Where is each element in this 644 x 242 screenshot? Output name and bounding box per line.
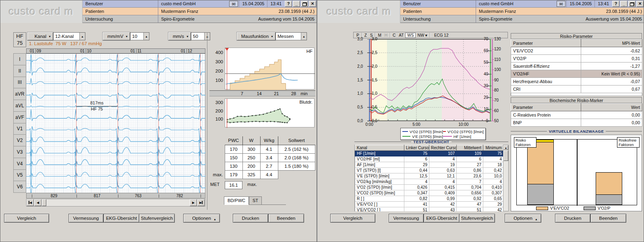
test-cell: 0,63 <box>429 168 457 173</box>
help-button[interactable]: ? <box>612 1 619 7</box>
view-button-h[interactable]: H <box>383 33 389 38</box>
mouse-function-spin-button[interactable]: ▲ <box>301 33 306 40</box>
minimize-button[interactable]: _ <box>620 1 627 7</box>
header-date: 15.04.2005 <box>566 0 594 8</box>
scroll-last-button[interactable]: ▶ <box>197 199 205 206</box>
test-row-6[interactable]: V'O2 (STPD) [l/min]0,4260,4150,7040,410 <box>355 185 503 190</box>
scroll-thumb[interactable] <box>503 150 508 161</box>
help-button[interactable]: ? <box>285 1 292 7</box>
test-row-9[interactable]: V'E/V'O2 [ ]41424729 <box>355 202 503 207</box>
channel-spin-button[interactable]: ▲ <box>79 33 85 40</box>
balance-segment-V'E/V'CO2 <box>527 142 554 184</box>
ecg-trace-area[interactable]: 817ms HF 75 <box>26 54 205 193</box>
header-row-value: Spiro-ErgometrieAuswertung vom 15.04.200… <box>158 15 317 23</box>
time-label-hh: 01 <box>125 49 135 54</box>
risk-parameter-table: ParameterMPI-WertV'E/V'CO2-0,62V'O2/P0,3… <box>511 39 642 96</box>
kv-pad-row <box>511 93 642 96</box>
test-cell: R [ ] <box>355 196 404 202</box>
envelope-icon[interactable]: ✉ <box>229 1 238 7</box>
view-button-c[interactable]: C <box>391 33 397 38</box>
vermessung-button[interactable]: Vermessung <box>68 214 104 223</box>
vergleich-button[interactable]: Vergleich <box>4 214 49 223</box>
tab-bd-pwc[interactable]: BD/PWC <box>224 196 249 205</box>
ekg-übersicht-button[interactable]: EKG-Übersicht <box>104 214 139 223</box>
ekg-übersicht-button[interactable]: EKG-Übersicht <box>424 214 460 223</box>
test-row-2[interactable]: AF [1/min]29192718 <box>355 162 503 168</box>
spiro-chart[interactable] <box>367 39 497 123</box>
view-button-at[interactable]: AT <box>397 33 405 38</box>
test-row-10[interactable]: V'E/V'CO2 [ ]51435142 <box>355 207 503 212</box>
test-row-4[interactable]: V'E (STPD) [l/min]12,512,123,610,0 <box>355 173 503 179</box>
header-row-label: Untersuchung <box>400 15 476 23</box>
ecg-scrollbar[interactable]: ◀ ◀ ▶ ▶ <box>26 199 205 207</box>
test-cell: 0,415 <box>429 185 457 190</box>
close-button[interactable]: × <box>636 1 644 7</box>
test-table-scrollbar[interactable]: ▲ <box>503 145 509 211</box>
hf-trend-chart[interactable] <box>225 48 315 90</box>
mouse-function-dropdown-button[interactable]: Mausfunktion▼ <box>237 32 275 40</box>
scroll-up-button[interactable]: ▲ <box>503 145 508 150</box>
test-header-row: KanalLinker CursorRechter CursorMittelwe… <box>355 145 503 151</box>
scroll-left-button[interactable]: ◀ <box>34 199 41 206</box>
scroll-right-button[interactable]: ▶ <box>190 199 197 206</box>
test-cell: 29 <box>404 162 429 168</box>
channel-value-box[interactable]: 12-Kanal▲ <box>53 32 85 40</box>
gain-dropdown-button[interactable]: mm/mV▼ <box>103 32 130 40</box>
speed-dropdown-button[interactable]: mm/s▼ <box>168 32 191 40</box>
scroll-first-button[interactable]: ◀ <box>27 199 34 206</box>
envelope-icon[interactable]: ✉ <box>557 1 565 7</box>
test-row-3[interactable]: VT (STPD) [l]0,440,630,860,42 <box>355 168 503 173</box>
mouse-function-value-box[interactable]: Messen▲ <box>275 32 307 40</box>
header-row: UntersuchungSpiro-ErgometrieAuswertung v… <box>400 15 644 23</box>
stufenvergleich-button[interactable]: Stufenvergleich <box>139 214 175 223</box>
vermessung-button[interactable]: Vermessung <box>389 214 424 223</box>
button-label: Beenden <box>599 216 617 221</box>
axis-tick-label: 10 <box>478 107 488 111</box>
axis-tick-label: 3,0 <box>372 37 381 41</box>
view-button-z[interactable]: Z <box>363 33 369 38</box>
axis-tick-label: 50 <box>494 119 505 123</box>
test-header-cell: Mittelwert <box>457 145 483 151</box>
axis-tick-label: 130 <box>494 37 505 41</box>
optionen-button[interactable]: Optionen▲ <box>183 214 220 223</box>
spiro-window: custo card m Benutzercusto med GmbH✉15.0… <box>318 0 644 242</box>
vergleich-button[interactable]: Vergleich <box>330 214 375 223</box>
gain-value-box[interactable]: 10▲ <box>130 32 149 40</box>
measurement-hf: HF 75 <box>76 106 118 111</box>
view-button-nw[interactable]: NW ▾ <box>416 33 429 38</box>
header-row-label: Benutzer <box>400 0 476 7</box>
lead-label-V5: V5 <box>13 169 26 182</box>
header-right-text: 23.08.1959 (44 J.) <box>279 8 317 15</box>
optionen-button[interactable]: Optionen▲ <box>505 214 541 223</box>
hf-chart-title: HF <box>282 49 313 54</box>
button-label: Drucken <box>564 216 582 221</box>
tab-st[interactable]: ST <box>249 196 262 205</box>
test-row-7[interactable]: V'CO2 (STPD) [l/min]0,3470,4090,6560,307 <box>355 190 503 196</box>
test-row-8[interactable]: R [ ]0,820,990,920,65 <box>355 196 503 202</box>
close-button[interactable]: × <box>309 1 316 7</box>
gain-combo: mm/mV▼ 10▲ <box>103 32 149 40</box>
channel-dropdown-button[interactable]: Kanal▼ <box>27 32 53 40</box>
lead-label-I: I <box>13 53 26 65</box>
test-row-0[interactable]: HF [1/min]7510710975 <box>355 151 503 156</box>
view-button-ws[interactable]: WS <box>405 33 416 38</box>
minimize-button[interactable]: _ <box>293 1 300 7</box>
y-tick-label: 200 <box>209 69 223 73</box>
scroll-thumb[interactable] <box>42 199 46 206</box>
beenden-button[interactable]: Beenden <box>268 214 304 223</box>
test-row-1[interactable]: V'O2/HF [ml]6464 <box>355 156 503 162</box>
test-cell: 10,0 <box>483 173 503 179</box>
drucken-button[interactable]: Drucken <box>233 214 268 223</box>
test-row-5[interactable]: V'O2/kg [ml/min/kg]4474 <box>355 179 503 185</box>
restore-button[interactable] <box>301 1 308 7</box>
kv-row-2: Sauerstoff-Effizienz-1,27 <box>511 63 642 70</box>
restore-button[interactable] <box>628 1 636 7</box>
test-cell: 75 <box>404 151 429 156</box>
stufenvergleich-button[interactable]: Stufenvergleich <box>459 214 495 223</box>
drucken-button[interactable]: Drucken <box>555 214 590 223</box>
balance-segment-V'O2/P <box>527 184 554 205</box>
beenden-button[interactable]: Beenden <box>590 214 626 223</box>
gain-spin-button[interactable]: ▲ <box>143 33 149 40</box>
test-cell: 0,42 <box>483 168 503 173</box>
kv-cell: Kein Wert (R < 0.95) <box>581 70 642 78</box>
